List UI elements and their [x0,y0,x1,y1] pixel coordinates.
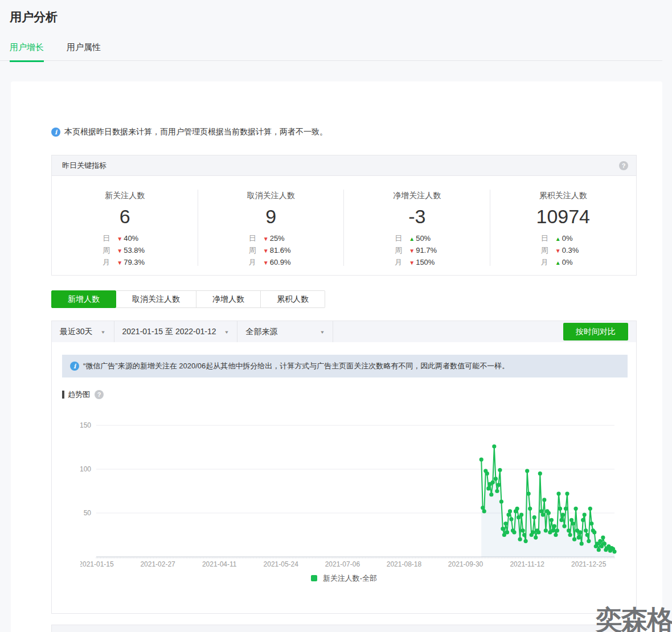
arrow-down-icon: ▼ [409,260,415,266]
chart-tab-1[interactable]: 取消关注人数 [116,290,196,308]
help-icon[interactable]: ? [95,390,104,399]
metric-value: -3 [344,206,490,227]
arrow-down-icon: ▼ [117,236,122,242]
metric-trend-row: 月▲0% [541,257,585,269]
page-header: 用户分析 [0,0,672,25]
section-marker [62,391,64,399]
arrow-up-icon: ▲ [555,236,561,242]
metric-card-3: 累积关注人数10974日▲0%周▼0.3%月▲0% [490,176,637,275]
chart-legend: 新关注人数-全部 [52,573,636,584]
source-dropdown-value: 全部来源 [245,327,277,337]
arrow-down-icon: ▼ [117,260,122,266]
key-metrics-title: 昨日关键指标 [62,161,106,171]
metric-trend-row: 日▼40% [103,233,147,245]
metric-trend-row: 日▲0% [541,233,585,245]
svg-text:150: 150 [80,421,91,429]
range-dropdown-value: 最近30天 [60,327,93,337]
metric-trend-row: 月▼79.3% [103,257,147,269]
date-range-value: 2021-01-15 至 2022-01-12 [122,327,216,337]
key-metrics-body: 新关注人数6日▼40%周▼53.8%月▼79.3%取消关注人数9日▼25%周▼8… [52,176,636,275]
trend-section-header: 趋势图 ? [62,389,636,400]
wechat-ads-banner-text: “微信广告”来源的新增关注在 2020/06起从其他中拆分给出，计算方式与广告主… [83,361,509,371]
help-icon[interactable]: ? [619,161,628,170]
info-icon: i [51,128,60,137]
filter-bar: 最近30天 ▼ 2021-01-15 至 2022-01-12 ▼ 全部来源 ▼… [52,321,636,342]
metric-value: 9 [198,206,345,227]
arrow-down-icon: ▼ [117,248,122,254]
legend-swatch [311,575,317,581]
arrow-down-icon: ▼ [555,248,561,254]
metric-label: 新关注人数 [52,191,198,201]
wechat-ads-banner: i “微信广告”来源的新增关注在 2020/06起从其他中拆分给出，计算方式与广… [62,355,628,377]
chart-tab-0[interactable]: 新增人数 [51,290,116,308]
calc-notice: i 本页根据昨日数据来计算，而用户管理页根据当前数据计算，两者不一致。 [51,127,327,137]
trend-line-chart[interactable]: 501001502021-01-152021-02-272021-04-1120… [80,418,621,569]
source-dropdown[interactable]: 全部来源 ▼ [237,321,333,342]
chart-tab-3[interactable]: 累积人数 [261,290,325,308]
page-title: 用户分析 [10,9,672,25]
metric-trend-row: 周▼91.7% [395,245,439,257]
svg-text:2021-04-11: 2021-04-11 [202,560,237,568]
next-section-header [51,625,637,632]
metric-trend-row: 周▼0.3% [541,245,585,257]
legend-label: 新关注人数-全部 [323,574,377,582]
arrow-down-icon: ▼ [409,248,415,254]
top-tab-0[interactable]: 用户增长 [10,42,44,62]
svg-text:2021-08-18: 2021-08-18 [387,560,422,568]
metric-value: 6 [52,206,198,227]
metric-trend-row: 月▼60.9% [249,257,293,269]
arrow-up-icon: ▲ [409,236,415,242]
chart-tab-2[interactable]: 净增人数 [196,290,261,308]
info-icon: i [70,362,79,371]
key-metrics-header: 昨日关键指标 ? [52,155,636,176]
svg-text:2021-07-06: 2021-07-06 [325,560,360,568]
top-tab-1[interactable]: 用户属性 [67,42,101,60]
chevron-down-icon: ▼ [224,329,230,334]
svg-text:2021-11-12: 2021-11-12 [510,560,544,568]
chevron-down-icon: ▼ [320,329,325,334]
trend-chart-panel: 最近30天 ▼ 2021-01-15 至 2022-01-12 ▼ 全部来源 ▼… [51,321,637,614]
metric-card-1: 取消关注人数9日▼25%周▼81.6%月▼60.9% [198,176,345,275]
metric-trend-row: 月▼150% [395,257,439,269]
metric-trend-row: 周▼53.8% [103,245,147,257]
date-range-dropdown[interactable]: 2021-01-15 至 2022-01-12 ▼ [114,321,238,342]
metric-card-0: 新关注人数6日▼40%周▼53.8%月▼79.3% [52,176,198,275]
metric-tab-group: 新增人数取消关注人数净增人数累积人数 [51,290,325,308]
range-dropdown[interactable]: 最近30天 ▼ [52,321,114,342]
svg-text:50: 50 [84,509,92,517]
metric-label: 净增关注人数 [344,191,490,201]
metric-trend-row: 日▲50% [395,233,439,245]
chevron-down-icon: ▼ [101,329,106,334]
svg-text:2021-01-15: 2021-01-15 [80,560,114,568]
metric-label: 累积关注人数 [490,191,637,201]
top-tab-bar: 用户增长用户属性 [0,42,662,61]
svg-text:2021-02-27: 2021-02-27 [140,560,175,568]
metric-trend-row: 周▼81.6% [249,245,293,257]
svg-text:2021-05-24: 2021-05-24 [264,560,299,568]
metric-value: 10974 [490,206,637,227]
svg-text:2021-12-25: 2021-12-25 [571,560,607,568]
svg-text:100: 100 [80,465,91,473]
arrow-up-icon: ▲ [555,260,561,266]
compare-by-time-button[interactable]: 按时间对比 [563,323,628,340]
metric-trend-row: 日▼25% [249,233,293,245]
trend-section-title: 趋势图 [68,389,90,400]
main-card: i 本页根据昨日数据来计算，而用户管理页根据当前数据计算，两者不一致。 昨日关键… [11,81,662,632]
calc-notice-text: 本页根据昨日数据来计算，而用户管理页根据当前数据计算，两者不一致。 [64,127,327,137]
arrow-down-icon: ▼ [263,236,269,242]
arrow-down-icon: ▼ [263,248,269,254]
arrow-down-icon: ▼ [263,260,269,266]
svg-text:2021-09-30: 2021-09-30 [448,560,483,568]
metric-card-2: 净增关注人数-3日▲50%周▼91.7%月▼150% [344,176,490,275]
metric-label: 取消关注人数 [198,191,345,201]
watermark: 奕森格 [596,602,672,632]
key-metrics-panel: 昨日关键指标 ? 新关注人数6日▼40%周▼53.8%月▼79.3%取消关注人数… [51,155,637,276]
